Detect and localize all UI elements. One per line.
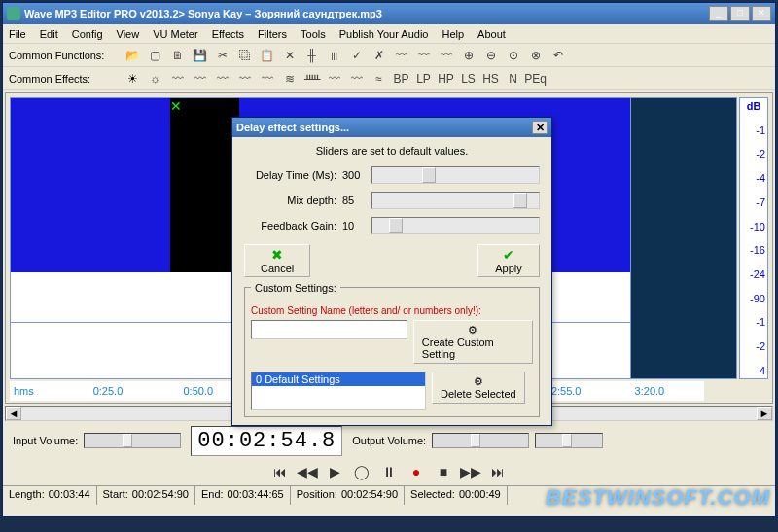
filter-n[interactable]: N [506, 71, 520, 86]
forward-button[interactable]: ▶▶ [462, 463, 479, 480]
effect1-icon[interactable]: ☀ [125, 71, 140, 86]
effect7-icon[interactable]: 〰 [260, 71, 274, 86]
feedback-gain-label: Feedback Gain: [244, 220, 336, 231]
menu-filters[interactable]: Filters [258, 28, 287, 40]
delete-selected-button[interactable]: ⚙ Delete Selected [432, 372, 525, 404]
zoomsel-icon[interactable]: ⊗ [528, 48, 543, 62]
menu-about[interactable]: About [477, 28, 506, 40]
wave3-icon[interactable]: 〰 [439, 48, 453, 62]
open-icon[interactable]: 📂 [125, 48, 140, 62]
menu-tools[interactable]: Tools [301, 28, 326, 40]
effect10-icon[interactable]: 〰 [327, 71, 341, 86]
zoomfit-icon[interactable]: ⊙ [506, 48, 520, 62]
document-icon[interactable]: 🗎 [170, 48, 185, 62]
playback-controls: ⏮ ◀◀ ▶ ◯ ⏸ ● ■ ▶▶ ⏭ [3, 458, 775, 485]
output-volume-slider[interactable] [432, 433, 529, 448]
titlebar[interactable]: Wave MP3 Editor PRO v2013.2> Sonya Kay –… [3, 3, 775, 24]
skip-start-button[interactable]: ⏮ [271, 463, 289, 480]
dialog-titlebar[interactable]: Delay effect settings... ✕ [232, 118, 551, 137]
cancel-button[interactable]: ✖ Cancel [244, 244, 310, 277]
check-icon[interactable]: ✓ [349, 48, 364, 62]
menubar: File Edit Config View VU Meter Effects F… [3, 24, 775, 44]
menu-vumeter[interactable]: VU Meter [153, 28, 197, 40]
filter-ls[interactable]: LS [461, 71, 476, 86]
effect3-icon[interactable]: 〰 [170, 71, 185, 86]
record-button[interactable]: ● [407, 463, 425, 480]
zoomin-icon[interactable]: ⊕ [461, 48, 476, 62]
skip-end-button[interactable]: ⏭ [489, 463, 507, 480]
effect8-icon[interactable]: ≋ [282, 71, 297, 86]
effect9-icon[interactable]: ᚊ [304, 71, 319, 86]
menu-help[interactable]: Help [442, 28, 464, 40]
filter-hs[interactable]: HS [483, 71, 498, 86]
custom-settings-legend: Custom Settings: [251, 282, 340, 294]
effect5-icon[interactable]: 〰 [215, 71, 230, 86]
wave1-icon[interactable]: 〰 [394, 48, 408, 62]
pause-button[interactable]: ⏸ [380, 463, 398, 480]
cut-icon[interactable]: ✂ [215, 48, 230, 62]
watermark: BESTWINSOFT.COM [546, 485, 770, 511]
loop-button[interactable]: ◯ [353, 463, 371, 480]
effect2-icon[interactable]: ☼ [148, 71, 162, 86]
effect4-icon[interactable]: 〰 [193, 71, 207, 86]
toolbar-functions-label: Common Functions: [9, 50, 125, 61]
window-title: Wave MP3 Editor PRO v2013.2> Sonya Kay –… [24, 8, 709, 19]
list-item[interactable]: 0 Default Settings [252, 372, 425, 386]
custom-name-label: Custom Setting Name (letters and/ or num… [251, 305, 533, 316]
menu-file[interactable]: File [9, 28, 26, 40]
effect11-icon[interactable]: 〰 [349, 71, 364, 86]
custom-name-input[interactable] [251, 320, 407, 339]
select-icon[interactable]: ⫼ [327, 48, 341, 62]
selection-marker-icon: ✕ [170, 98, 182, 114]
menu-edit[interactable]: Edit [40, 28, 58, 40]
filter-hp[interactable]: HP [439, 71, 453, 86]
selection-block[interactable] [170, 98, 239, 272]
maximize-button[interactable]: □ [730, 6, 750, 21]
effect6-icon[interactable]: 〰 [237, 71, 252, 86]
filter-bp[interactable]: BP [394, 71, 408, 86]
play-button[interactable]: ▶ [326, 463, 343, 480]
menu-effects[interactable]: Effects [212, 28, 244, 40]
waveform-preview[interactable] [630, 97, 737, 379]
close-button[interactable]: ✕ [752, 6, 771, 21]
mix-depth-label: Mix depth: [244, 195, 336, 206]
status-start: 00:02:54:90 [132, 488, 189, 503]
undo-icon[interactable]: ↶ [550, 48, 565, 62]
gear-icon: ⚙ [468, 324, 477, 337]
wave2-icon[interactable]: 〰 [416, 48, 431, 62]
copy-icon[interactable]: ⿻ [237, 48, 252, 62]
apply-button[interactable]: ✔ Apply [477, 244, 540, 277]
paste-icon[interactable]: 📋 [260, 48, 274, 62]
rewind-button[interactable]: ◀◀ [299, 463, 316, 480]
menu-publish[interactable]: Publish Your Audio [339, 28, 429, 40]
filter-lp[interactable]: LP [416, 71, 431, 86]
input-volume-slider[interactable] [84, 433, 181, 448]
delay-time-slider[interactable] [371, 166, 540, 184]
menu-config[interactable]: Config [72, 28, 103, 40]
save-icon[interactable]: 💾 [193, 48, 207, 62]
create-custom-button[interactable]: ⚙ Create Custom Setting [413, 320, 533, 364]
feedback-gain-value: 10 [342, 220, 366, 231]
minimize-button[interactable]: _ [709, 6, 728, 21]
output-volume-slider-2[interactable] [535, 433, 603, 448]
feedback-gain-slider[interactable] [371, 217, 540, 234]
new-icon[interactable]: ▢ [148, 48, 162, 62]
dialog-close-button[interactable]: ✕ [532, 121, 548, 134]
zoomout-icon[interactable]: ⊖ [483, 48, 498, 62]
effect12-icon[interactable]: ≈ [371, 71, 386, 86]
filter-peq[interactable]: PEq [528, 71, 543, 86]
status-position: 00:02:54:90 [341, 488, 398, 503]
stop-button[interactable]: ■ [435, 463, 452, 480]
delete-icon[interactable]: ✕ [282, 48, 297, 62]
uncheck-icon[interactable]: ✗ [371, 48, 386, 62]
scroll-left-button[interactable]: ◄ [6, 407, 21, 420]
settings-listbox[interactable]: 0 Default Settings [251, 372, 426, 410]
trim-icon[interactable]: ╫ [304, 48, 319, 62]
status-length: 00:03:44 [49, 488, 90, 503]
apply-icon: ✔ [503, 247, 514, 263]
scroll-right-button[interactable]: ► [757, 407, 772, 420]
delay-time-value: 300 [342, 169, 366, 181]
menu-view[interactable]: View [117, 28, 140, 40]
custom-settings-group: Custom Settings: Custom Setting Name (le… [244, 287, 540, 417]
mix-depth-slider[interactable] [371, 192, 540, 209]
